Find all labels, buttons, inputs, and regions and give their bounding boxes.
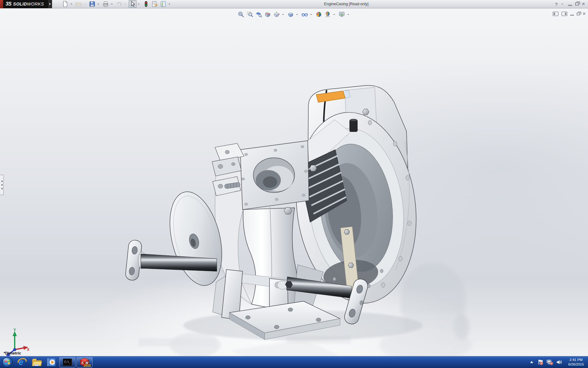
graphics-viewport[interactable]: × (0, 9, 588, 356)
help-button[interactable]: ? (555, 2, 558, 7)
print-dropdown[interactable] (110, 0, 113, 8)
solidworks-year-badge: 2015 (84, 364, 91, 367)
internet-explorer-icon: e (17, 357, 27, 367)
taskbar-clock[interactable]: 2:41 PM 6/26/2015 (567, 358, 586, 367)
folder-icon (32, 358, 42, 367)
title-bar[interactable]: 3S SOLIDWORKS (0, 0, 588, 8)
open-button[interactable] (75, 0, 83, 8)
help-dropdown[interactable] (561, 0, 564, 8)
solidworks-logo: 3S SOLIDWORKS (0, 0, 48, 8)
app-window-controls: ? × (555, 0, 585, 8)
undo-dropdown[interactable] (124, 0, 127, 8)
network-status-icon[interactable] (546, 359, 553, 365)
svg-text:Y: Y (13, 328, 16, 332)
taskbar-internet-explorer[interactable]: e (15, 356, 29, 368)
options-button[interactable] (159, 0, 167, 8)
view-orientation-label: *Dimetric (4, 351, 21, 355)
close-button[interactable]: × (582, 0, 585, 8)
select-button[interactable] (129, 0, 137, 8)
save-dropdown[interactable] (97, 0, 100, 8)
select-cursor-icon (129, 1, 136, 7)
save-button[interactable] (88, 0, 96, 8)
start-button[interactable] (0, 356, 15, 368)
taskbar-windows-explorer[interactable] (29, 356, 44, 368)
volume-icon[interactable] (556, 359, 562, 365)
svg-text:X: X (27, 347, 29, 352)
taskbar: e C:\_ S W (0, 356, 588, 368)
open-dropdown[interactable] (83, 0, 86, 8)
open-folder-icon (75, 1, 82, 7)
action-center-flag-icon[interactable] (537, 359, 543, 365)
taskbar-media-player[interactable] (44, 356, 59, 368)
menu-flyout-arrow[interactable] (48, 0, 52, 8)
3ds-logo-mark: 3S (6, 1, 11, 7)
command-prompt-icon: C:\_ (63, 358, 72, 366)
mounting-lugs (212, 144, 244, 196)
media-player-icon (47, 357, 56, 367)
rebuild-button[interactable] (142, 0, 150, 8)
file-properties-icon (151, 1, 158, 7)
model-engine-casing[interactable] (0, 9, 588, 356)
select-dropdown[interactable] (137, 0, 140, 8)
print-icon (102, 1, 109, 7)
solidworks-2015-icon: S W 2015 (79, 358, 90, 367)
restore-button[interactable] (575, 2, 579, 6)
undo-button[interactable] (115, 0, 123, 8)
windows-start-orb-icon (2, 357, 13, 368)
new-document-icon (62, 1, 69, 7)
dassault-red-strip (0, 0, 3, 8)
new-document-button[interactable] (61, 0, 69, 8)
solidworks-wordmark: SOLIDWORKS (13, 2, 44, 6)
new-dropdown[interactable] (70, 0, 73, 8)
show-hidden-icons-button[interactable] (529, 360, 534, 364)
undo-icon (116, 1, 123, 7)
save-floppy-icon (89, 1, 96, 7)
clock-date: 6/26/2015 (567, 362, 586, 367)
minimize-button[interactable] (568, 5, 572, 6)
clock-time: 2:41 PM (567, 358, 586, 362)
window-title: EngineCasing [Read-only] (324, 0, 368, 8)
options-checklist-icon (160, 1, 167, 7)
file-properties-button[interactable] (151, 0, 159, 8)
rebuild-traffic-light-icon (143, 1, 149, 7)
system-tray: 2:41 PM 6/26/2015 (529, 356, 586, 368)
taskbar-solidworks-2015[interactable]: S W 2015 (77, 357, 92, 367)
print-button[interactable] (102, 0, 110, 8)
main-toolbar (61, 0, 172, 8)
taskbar-command-prompt[interactable]: C:\_ (59, 357, 75, 367)
options-dropdown[interactable] (168, 0, 171, 8)
